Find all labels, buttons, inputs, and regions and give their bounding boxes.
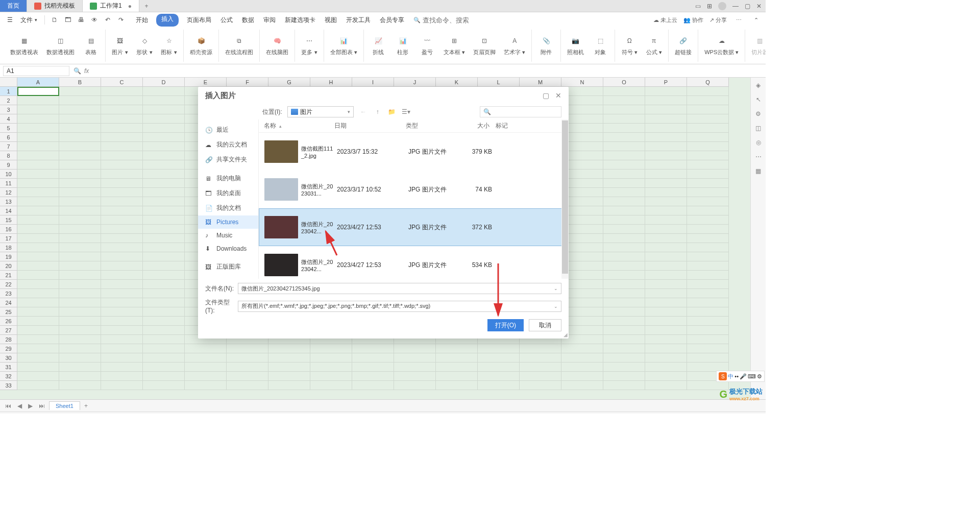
- file-row[interactable]: 微信图片_2023042...2023/4/27 12:53JPG 图片文件53…: [259, 246, 569, 279]
- row-header-20[interactable]: 20: [0, 261, 17, 271]
- dialog-search[interactable]: 🔍: [480, 106, 561, 117]
- close-button[interactable]: ✕: [756, 3, 762, 10]
- ribbon-柱形[interactable]: 📊柱形: [393, 30, 413, 62]
- row-header-25[interactable]: 25: [0, 307, 17, 317]
- menu-tab-会员专享[interactable]: 会员专享: [379, 14, 405, 27]
- dialog-header[interactable]: 插入图片 ▢ ✕: [198, 87, 569, 104]
- row-header-2[interactable]: 2: [0, 96, 17, 105]
- ribbon-在线流程图[interactable]: ⧉在线流程图: [223, 30, 255, 62]
- ribbon-折线[interactable]: 📈折线: [368, 30, 388, 62]
- list-scrollbar[interactable]: [561, 119, 569, 279]
- sheet-nav-prev[interactable]: ◀: [15, 402, 24, 409]
- row-header-17[interactable]: 17: [0, 234, 17, 243]
- scrollbar-thumb[interactable]: [562, 120, 568, 274]
- col-header-tag[interactable]: 标记: [493, 122, 523, 130]
- formula-input[interactable]: [92, 67, 551, 75]
- row-header-15[interactable]: 15: [0, 215, 17, 225]
- col-header-O[interactable]: O: [603, 78, 645, 86]
- ribbon-在线脑图[interactable]: 🧠在线脑图: [264, 30, 290, 62]
- collab-button[interactable]: 👥 协作: [683, 16, 703, 24]
- cancel-button[interactable]: 取消: [529, 319, 561, 331]
- row-header-31[interactable]: 31: [0, 363, 17, 372]
- nav-item-pictures[interactable]: 🖼Pictures: [198, 215, 258, 229]
- nav-back-icon[interactable]: ←: [359, 107, 368, 116]
- nav-item-clock[interactable]: 🕓最近: [198, 123, 258, 137]
- undo-icon[interactable]: ↶: [102, 14, 113, 26]
- ribbon-盈亏[interactable]: 〰盈亏: [417, 30, 437, 62]
- file-row[interactable]: 微信图片_2023031...2023/3/17 10:52JPG 图片文件74…: [259, 171, 569, 208]
- ime-toolbar[interactable]: S 中 •• 🎤 ⌨ ⚙: [716, 371, 765, 382]
- row-header-7[interactable]: 7: [0, 142, 17, 151]
- avatar-icon[interactable]: [718, 2, 726, 10]
- ribbon-艺术字[interactable]: A艺术字 ▾: [502, 30, 527, 62]
- menu-tab-视图[interactable]: 视图: [324, 14, 338, 27]
- ribbon-超链接[interactable]: 🔗超链接: [673, 30, 694, 62]
- row-header-13[interactable]: 13: [0, 197, 17, 206]
- row-header-23[interactable]: 23: [0, 289, 17, 298]
- file-row[interactable]: 微信图片_2023042...2023/4/27 12:53JPG 图片文件37…: [259, 208, 569, 246]
- ribbon-图片[interactable]: 🖼图片 ▾: [110, 30, 130, 62]
- col-header-G[interactable]: G: [268, 78, 310, 86]
- resize-handle[interactable]: ◢: [564, 332, 568, 337]
- col-header-F[interactable]: F: [227, 78, 268, 86]
- preview-icon[interactable]: 👁: [89, 14, 100, 26]
- row-header-11[interactable]: 11: [0, 179, 17, 188]
- menu-tab-开始[interactable]: 开始: [135, 14, 149, 27]
- ribbon-照相机[interactable]: 📷照相机: [565, 30, 586, 62]
- menu-tab-插入[interactable]: 插入: [156, 14, 179, 27]
- col-header-J[interactable]: J: [394, 78, 436, 86]
- ribbon-全部图表[interactable]: 📊全部图表 ▾: [328, 30, 359, 62]
- ime-voice-icon[interactable]: 🎤: [740, 373, 747, 380]
- row-header-5[interactable]: 5: [0, 124, 17, 133]
- tab-home[interactable]: 首页: [0, 0, 27, 12]
- sidebar-settings-icon[interactable]: ⚙: [755, 110, 761, 117]
- share-button[interactable]: ↗ 分享: [709, 16, 727, 24]
- nav-item-share[interactable]: 🔗共享文件夹: [198, 152, 258, 167]
- apps-icon[interactable]: ⊞: [707, 3, 712, 10]
- nav-item-doc[interactable]: 📄我的文档: [198, 201, 258, 215]
- sheet-nav-first[interactable]: ⏮: [3, 402, 13, 409]
- nav-item-gallery[interactable]: 🖼正版图库: [198, 259, 258, 274]
- nav-up-icon[interactable]: ↑: [373, 107, 382, 116]
- sheet-tab-1[interactable]: Sheet1: [49, 401, 80, 410]
- col-header-Q[interactable]: Q: [687, 78, 729, 86]
- tab-add-button[interactable]: +: [139, 0, 154, 12]
- new-folder-icon[interactable]: 📁: [387, 107, 397, 116]
- print-icon[interactable]: 🖶: [76, 14, 87, 26]
- nav-item-desktop[interactable]: 🗔我的桌面: [198, 186, 258, 201]
- tab-template[interactable]: 找稻壳模板: [27, 0, 83, 12]
- row-header-26[interactable]: 26: [0, 317, 17, 326]
- maximize-button[interactable]: ▢: [745, 3, 750, 10]
- ribbon-图标[interactable]: ☆图标 ▾: [159, 30, 179, 62]
- col-header-E[interactable]: E: [185, 78, 227, 86]
- row-header-33[interactable]: 33: [0, 381, 17, 390]
- filename-input[interactable]: 微信图片_20230427125345.jpg ⌄: [238, 283, 561, 294]
- row-header-18[interactable]: 18: [0, 243, 17, 252]
- sidebar-location-icon[interactable]: ◎: [756, 139, 761, 146]
- location-combo[interactable]: 图片 ▾: [287, 106, 354, 117]
- save-icon[interactable]: 🗔: [62, 14, 74, 26]
- col-header-A[interactable]: A: [17, 78, 59, 86]
- cloud-status[interactable]: ☁ 未上云: [653, 16, 677, 24]
- row-header-8[interactable]: 8: [0, 151, 17, 160]
- col-header-N[interactable]: N: [561, 78, 603, 86]
- ribbon-数据透视图[interactable]: ◫数据透视图: [44, 30, 77, 62]
- sidebar-assistant-icon[interactable]: ◈: [756, 82, 761, 89]
- layout-icon[interactable]: ▭: [695, 3, 701, 10]
- command-search-input[interactable]: [423, 16, 469, 24]
- ribbon-稻壳资源[interactable]: 📦稻壳资源: [188, 30, 214, 62]
- row-header-22[interactable]: 22: [0, 280, 17, 289]
- row-header-10[interactable]: 10: [0, 170, 17, 179]
- ime-keyboard-icon[interactable]: ⌨: [748, 373, 756, 380]
- open-button[interactable]: 打开(O): [487, 319, 524, 331]
- col-header-size[interactable]: 大小: [457, 122, 493, 130]
- ime-punct-icon[interactable]: ••: [734, 373, 739, 379]
- ribbon-文本框[interactable]: ⊞文本框 ▾: [442, 30, 467, 62]
- file-row[interactable]: 微信截图111_2.jpg2023/3/7 15:32JPG 图片文件379 K…: [259, 133, 569, 171]
- sidebar-layers-icon[interactable]: ◫: [755, 125, 761, 132]
- dialog-close-button[interactable]: ✕: [555, 91, 561, 100]
- col-header-type[interactable]: 类型: [403, 122, 457, 130]
- row-header-29[interactable]: 29: [0, 344, 17, 353]
- row-header-32[interactable]: 32: [0, 372, 17, 381]
- col-header-name[interactable]: 名称 ▴: [261, 122, 331, 130]
